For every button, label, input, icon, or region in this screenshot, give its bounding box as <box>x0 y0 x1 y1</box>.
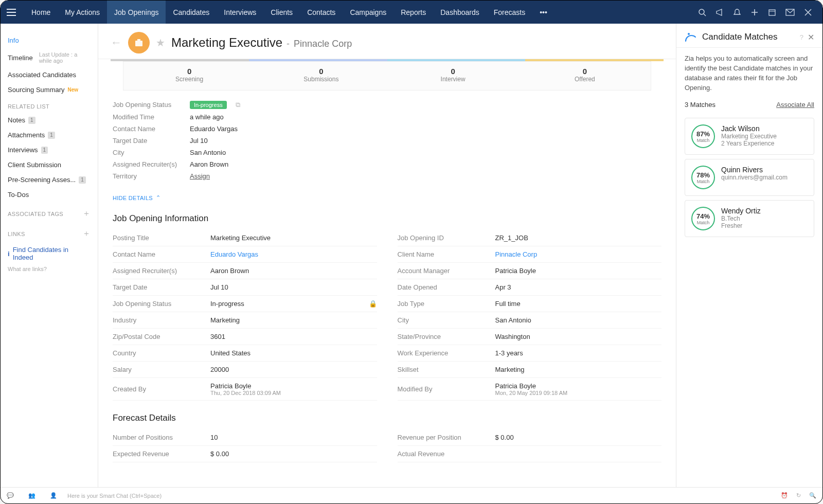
sidebar-timeline-label: Timeline <box>8 54 33 62</box>
tab-interviews[interactable]: Interviews <box>217 1 263 24</box>
history-icon[interactable]: ↻ <box>796 492 801 499</box>
smart-chat-hint[interactable]: Here is your Smart Chat (Ctrl+Space) <box>67 493 162 499</box>
clock-icon[interactable]: ⏰ <box>781 492 788 499</box>
stage-progress-bar <box>111 59 664 61</box>
status-badge: In-progress <box>190 101 227 109</box>
add-tag-icon[interactable]: ＋ <box>82 208 91 219</box>
panel-description: Zia helps you to automatically screen an… <box>676 48 822 99</box>
plus-icon[interactable] <box>750 8 759 16</box>
match-score: 78%Match <box>691 166 715 189</box>
footer-search-icon[interactable]: 🔍 <box>809 492 816 499</box>
tab-forecasts[interactable]: Forecasts <box>487 1 532 24</box>
sidebar-item-timeline[interactable]: Timeline Last Update : a while ago <box>1 48 98 67</box>
forecast-section: Forecast Details Number of Positions10Ex… <box>98 404 676 465</box>
sidebar-item-client-submission[interactable]: Client Submission <box>1 157 98 172</box>
tab-home[interactable]: Home <box>24 1 58 24</box>
what-are-links[interactable]: What are links? <box>1 265 98 273</box>
stat-submissions[interactable]: 0 Submissions <box>255 67 387 83</box>
match-count: 3 Matches <box>685 101 715 109</box>
tab-my-actions[interactable]: My Actions <box>58 1 107 24</box>
zia-logo <box>685 32 698 42</box>
info-row: Salary20000 <box>113 362 377 378</box>
info-row: Zip/Postal Code3601 <box>113 329 377 345</box>
sidebar-item-info[interactable]: Info <box>1 33 98 48</box>
assign-territory[interactable]: Assign <box>190 172 210 180</box>
tab-contacts[interactable]: Contacts <box>300 1 343 24</box>
stat-interview[interactable]: 0 Interview <box>387 67 519 83</box>
hide-details-toggle[interactable]: HIDE DETAILS ⌃ <box>98 187 676 204</box>
job-info-title: Job Opening Information <box>113 213 661 224</box>
sidebar-item-attachments[interactable]: Attachments 1 <box>1 128 98 142</box>
attachments-count: 1 <box>48 132 55 139</box>
tab-dashboards[interactable]: Dashboards <box>433 1 487 24</box>
job-info-left: Posting TitleMarketing ExecutiveContact … <box>113 230 377 401</box>
associate-all-link[interactable]: Associate All <box>776 101 814 109</box>
top-right-icons <box>698 8 816 16</box>
help-icon[interactable]: ? <box>800 33 803 41</box>
footer-channels-icon[interactable]: 👥 <box>28 492 35 499</box>
candidate-matches-panel: Candidate Matches ? ✕ Zia helps you to a… <box>676 24 822 487</box>
prescreening-count: 1 <box>79 176 86 184</box>
match-score: 74%Match <box>691 207 715 230</box>
info-row: IndustryMarketing <box>113 312 377 329</box>
tools-icon[interactable] <box>804 8 812 16</box>
bell-icon[interactable] <box>733 8 741 16</box>
sidebar-item-interviews[interactable]: Interviews 1 <box>1 142 98 157</box>
info-row: Job Opening StatusIn-progress🔒 <box>113 296 377 312</box>
sidebar-item-todos[interactable]: To-Dos <box>1 187 98 202</box>
panel-title: Candidate Matches <box>702 32 796 42</box>
info-row: Posting TitleMarketing Executive <box>113 230 377 246</box>
back-arrow-icon[interactable]: ← <box>111 36 122 49</box>
menu-icon[interactable] <box>7 7 18 18</box>
info-row: Client NamePinnacle Corp <box>398 246 662 263</box>
search-icon[interactable] <box>698 8 706 16</box>
tab-campaigns[interactable]: Campaigns <box>343 1 393 24</box>
info-row: Contact NameEduardo Vargas <box>113 246 377 263</box>
calendar-icon[interactable] <box>768 8 776 16</box>
stat-screening[interactable]: 0 Screening <box>123 67 255 83</box>
svg-point-0 <box>699 9 704 14</box>
related-list-header: RELATED LIST <box>1 97 98 113</box>
info-row: Assigned Recruiter(s)Aaron Brown <box>113 263 377 279</box>
info-row: State/ProvinceWashington <box>398 329 662 345</box>
stat-offered[interactable]: 0 Offered <box>519 67 651 83</box>
star-icon[interactable]: ★ <box>156 37 165 49</box>
match-score: 87%Match <box>691 124 715 148</box>
tab-candidates[interactable]: Candidates <box>166 1 217 24</box>
indeed-icon: i <box>8 250 10 258</box>
forecast-right: Revenue per Position$ 0.00Actual Revenue <box>398 429 662 462</box>
mail-icon[interactable] <box>785 8 795 16</box>
info-row: Actual Revenue <box>398 446 662 462</box>
tab-overflow[interactable]: ••• <box>532 1 554 24</box>
announce-icon[interactable] <box>715 8 724 16</box>
forecast-left: Number of Positions10Expected Revenue$ 0… <box>113 429 377 462</box>
top-nav: Home My Actions Job Openings Candidates … <box>1 1 822 24</box>
sidebar-item-find-indeed[interactable]: i Find Candidates in Indeed <box>1 242 98 265</box>
page-subtitle: Pinnacle Corp <box>294 39 352 49</box>
info-row: Created ByPatricia BoyleThu, 20 Dec 2018… <box>113 378 377 401</box>
sidebar-item-prescreening[interactable]: Pre-Screening Asses... 1 <box>1 172 98 187</box>
footer-contacts-icon[interactable]: 👤 <box>50 492 57 499</box>
info-row: Account ManagerPatricia Boyle <box>398 263 662 279</box>
match-card[interactable]: 74%MatchWendy OrtizB.TechFresher <box>685 200 814 237</box>
tab-job-openings[interactable]: Job Openings <box>107 1 166 24</box>
sidebar-item-assoc-candidates[interactable]: Associated Candidates <box>1 67 98 82</box>
sidebar-item-notes[interactable]: Notes 1 <box>1 113 98 128</box>
match-card[interactable]: 78%MatchQuinn Riversquinn.rivers@gmail.c… <box>685 159 814 196</box>
title-separator: - <box>287 39 290 49</box>
info-row: SkillsetMarketing <box>398 362 662 378</box>
sidebar-sourcing-label: Sourcing Summary <box>8 86 65 94</box>
add-link-icon[interactable]: ＋ <box>82 228 91 239</box>
job-info-section: Job Opening Information Posting TitleMar… <box>98 204 676 404</box>
layout-icon[interactable]: ⧉ <box>236 101 240 109</box>
match-card[interactable]: 87%MatchJack WilsonMarketing Executive2 … <box>685 118 814 155</box>
sidebar-item-sourcing[interactable]: Sourcing Summary New <box>1 82 98 97</box>
tab-clients[interactable]: Clients <box>263 1 300 24</box>
close-icon[interactable]: ✕ <box>808 32 814 42</box>
info-row: Modified ByPatricia BoyleMon, 20 May 201… <box>398 378 662 401</box>
match-name: Jack Wilson <box>721 124 777 133</box>
info-row: CountryUnited States <box>113 345 377 362</box>
notes-count: 1 <box>28 117 35 124</box>
tab-reports[interactable]: Reports <box>393 1 433 24</box>
footer-chats-icon[interactable]: 💬 <box>7 492 14 499</box>
